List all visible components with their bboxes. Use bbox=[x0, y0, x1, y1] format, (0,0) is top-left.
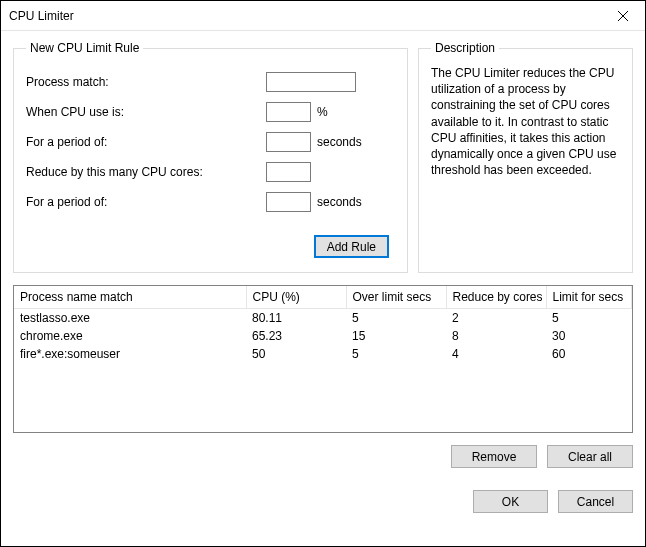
ok-button[interactable]: OK bbox=[473, 490, 548, 513]
cell: 5 bbox=[346, 345, 446, 363]
cell: chrome.exe bbox=[14, 327, 246, 345]
table-actions: Remove Clear all bbox=[13, 445, 633, 468]
window-title: CPU Limiter bbox=[9, 9, 74, 23]
table-row[interactable]: testlasso.exe 80.11 5 2 5 bbox=[14, 309, 632, 328]
reduce-cores-label: Reduce by this many CPU cores: bbox=[26, 165, 266, 179]
dialog-content: New CPU Limit Rule Process match: When C… bbox=[1, 31, 645, 546]
process-match-label: Process match: bbox=[26, 75, 266, 89]
cell: testlasso.exe bbox=[14, 309, 246, 328]
cell: 5 bbox=[546, 309, 632, 328]
cell: fire*.exe:someuser bbox=[14, 345, 246, 363]
cancel-button[interactable]: Cancel bbox=[558, 490, 633, 513]
group-description-legend: Description bbox=[431, 41, 499, 55]
cell: 50 bbox=[246, 345, 346, 363]
when-cpu-input[interactable] bbox=[266, 102, 311, 122]
when-cpu-unit: % bbox=[317, 105, 328, 119]
period1-unit: seconds bbox=[317, 135, 362, 149]
col-process-name[interactable]: Process name match bbox=[14, 286, 246, 309]
period1-input[interactable] bbox=[266, 132, 311, 152]
close-button[interactable] bbox=[600, 1, 645, 30]
clear-all-button[interactable]: Clear all bbox=[547, 445, 633, 468]
cell: 15 bbox=[346, 327, 446, 345]
cell: 2 bbox=[446, 309, 546, 328]
cell: 30 bbox=[546, 327, 632, 345]
titlebar: CPU Limiter bbox=[1, 1, 645, 31]
remove-button[interactable]: Remove bbox=[451, 445, 537, 468]
table-row[interactable]: fire*.exe:someuser 50 5 4 60 bbox=[14, 345, 632, 363]
cell: 4 bbox=[446, 345, 546, 363]
reduce-cores-input[interactable] bbox=[266, 162, 311, 182]
cell: 60 bbox=[546, 345, 632, 363]
rules-table-container: Process name match CPU (%) Over limit se… bbox=[13, 285, 633, 433]
col-over-limit[interactable]: Over limit secs bbox=[346, 286, 446, 309]
description-text: The CPU Limiter reduces the CPU utilizat… bbox=[431, 65, 620, 178]
group-new-rule: New CPU Limit Rule Process match: When C… bbox=[13, 41, 408, 273]
cell: 8 bbox=[446, 327, 546, 345]
period1-label: For a period of: bbox=[26, 135, 266, 149]
add-rule-button[interactable]: Add Rule bbox=[314, 235, 389, 258]
group-description: Description The CPU Limiter reduces the … bbox=[418, 41, 633, 273]
dialog-window: CPU Limiter New CPU Limit Rule Process m… bbox=[0, 0, 646, 547]
table-header-row: Process name match CPU (%) Over limit se… bbox=[14, 286, 632, 309]
cell: 5 bbox=[346, 309, 446, 328]
close-icon bbox=[618, 11, 628, 21]
period2-unit: seconds bbox=[317, 195, 362, 209]
period2-input[interactable] bbox=[266, 192, 311, 212]
dialog-actions: OK Cancel bbox=[13, 490, 633, 513]
group-new-rule-legend: New CPU Limit Rule bbox=[26, 41, 143, 55]
col-reduce-cores[interactable]: Reduce by cores bbox=[446, 286, 546, 309]
when-cpu-label: When CPU use is: bbox=[26, 105, 266, 119]
process-match-input[interactable] bbox=[266, 72, 356, 92]
col-limit-secs[interactable]: Limit for secs bbox=[546, 286, 632, 309]
rules-table: Process name match CPU (%) Over limit se… bbox=[14, 286, 632, 363]
period2-label: For a period of: bbox=[26, 195, 266, 209]
cell: 65.23 bbox=[246, 327, 346, 345]
col-cpu-pct[interactable]: CPU (%) bbox=[246, 286, 346, 309]
table-row[interactable]: chrome.exe 65.23 15 8 30 bbox=[14, 327, 632, 345]
cell: 80.11 bbox=[246, 309, 346, 328]
